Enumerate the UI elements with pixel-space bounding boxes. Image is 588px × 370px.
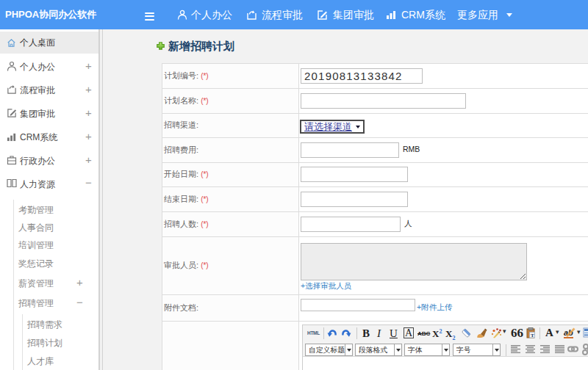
- svg-text:T: T: [531, 333, 534, 338]
